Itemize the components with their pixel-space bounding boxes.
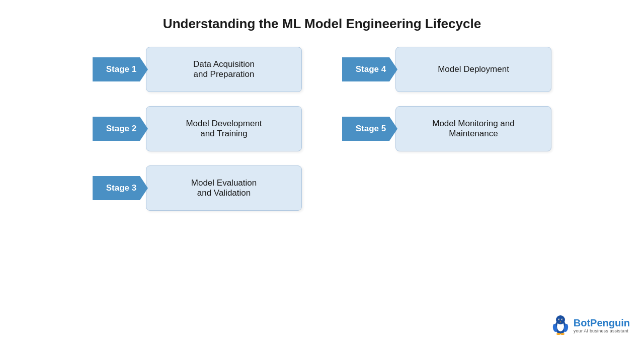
svg-point-7	[561, 319, 562, 320]
stage-5-badge: Stage 5	[342, 117, 397, 141]
stage-5-content: Model Monitoring and Maintenance	[395, 106, 551, 151]
stage-3-badge: Stage 3	[93, 176, 148, 200]
stage-4-content: Model Deployment	[395, 47, 551, 92]
left-column: Stage 1 Data Acquisition and Preparation…	[93, 47, 302, 211]
logo-main-text: BotPenguin	[574, 317, 630, 328]
svg-point-12	[560, 333, 565, 335]
diagram-container: Stage 1 Data Acquisition and Preparation…	[0, 42, 644, 211]
stage-5-row: Stage 5 Model Monitoring and Maintenance	[342, 106, 551, 151]
right-column: Stage 4 Model Deployment Stage 5 Model M…	[342, 47, 551, 151]
stage-2-row: Stage 2 Model Development and Training	[93, 106, 302, 151]
stage-1-row: Stage 1 Data Acquisition and Preparation	[93, 47, 302, 92]
stage-4-badge: Stage 4	[342, 57, 397, 81]
stage-1-badge: Stage 1	[93, 57, 148, 81]
bot-penguin-icon	[551, 315, 570, 336]
logo-text-block: BotPenguin your AI business assistant	[574, 317, 630, 333]
svg-point-6	[558, 319, 559, 320]
stage-2-content: Model Development and Training	[146, 106, 302, 151]
page-title: Understanding the ML Model Engineering L…	[0, 0, 644, 42]
stage-4-row: Stage 4 Model Deployment	[342, 47, 551, 92]
stage-1-content: Data Acquisition and Preparation	[146, 47, 302, 92]
stage-2-badge: Stage 2	[93, 117, 148, 141]
stage-3-content: Model Evaluation and Validation	[146, 165, 302, 211]
logo-area: BotPenguin your AI business assistant	[551, 315, 630, 336]
svg-point-11	[556, 333, 560, 335]
stage-3-row: Stage 3 Model Evaluation and Validation	[93, 165, 302, 211]
logo-sub-text: your AI business assistant	[574, 328, 628, 333]
